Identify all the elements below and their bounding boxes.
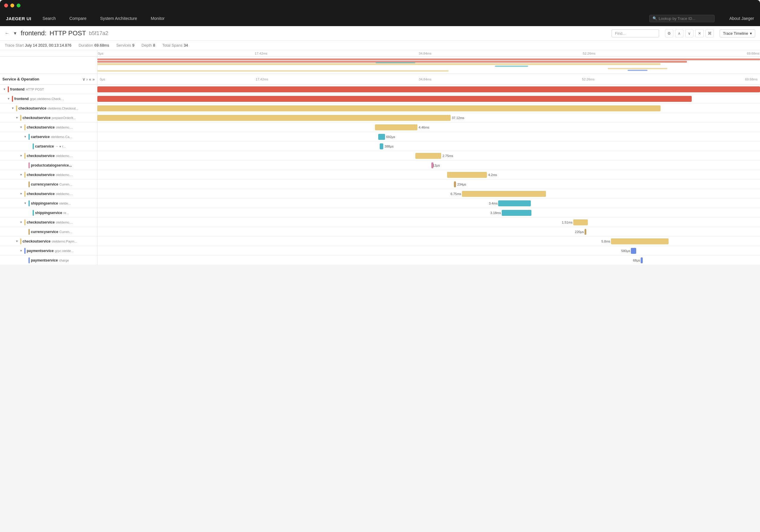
close-icon[interactable]: ✕: [695, 29, 704, 37]
span-toggle-icon[interactable]: ▼: [7, 97, 11, 100]
span-bar-row[interactable]: 2.75ms: [97, 151, 760, 161]
nav-expand-icon[interactable]: ∨: [82, 77, 85, 82]
span-bar[interactable]: [462, 191, 546, 197]
span-label-row[interactable]: productcatalogservice...: [0, 161, 97, 170]
span-toggle-icon[interactable]: ▼: [15, 116, 19, 119]
span-bar[interactable]: [641, 257, 643, 263]
minimap-canvas[interactable]: [97, 57, 760, 73]
span-bar[interactable]: [415, 153, 441, 159]
span-bar[interactable]: [573, 219, 588, 225]
nav-item-compare[interactable]: Compare: [67, 14, 89, 23]
span-label-row[interactable]: ▼checkoutserviceoteldemo....: [0, 218, 97, 227]
nav-item-architecture[interactable]: System Architecture: [98, 14, 140, 23]
span-bar-row[interactable]: 220μs: [97, 227, 760, 237]
nav-item-search[interactable]: Search: [40, 14, 58, 23]
minimize-button[interactable]: [10, 4, 14, 7]
span-bar[interactable]: [97, 86, 760, 92]
span-bar[interactable]: [378, 134, 385, 140]
span-bar[interactable]: [611, 238, 669, 244]
span-toggle-icon[interactable]: ▼: [19, 249, 23, 252]
span-bar-row[interactable]: 62.46ms: [97, 94, 760, 104]
span-label-row[interactable]: ▼paymentservicegrpc.otelde...: [0, 246, 97, 256]
span-toggle-icon[interactable]: ▼: [19, 154, 23, 157]
span-toggle-icon[interactable]: ▼: [19, 125, 23, 129]
span-bar-row[interactable]: 4.46ms: [97, 122, 760, 132]
span-toggle-icon[interactable]: ▼: [19, 192, 23, 195]
span-bar[interactable]: [97, 105, 661, 111]
chevron-down-icon[interactable]: ∨: [685, 29, 693, 37]
nav-next-icon[interactable]: ›: [86, 77, 88, 82]
nav-expand-all-icon[interactable]: »: [92, 77, 95, 82]
span-bar-row[interactable]: 3.4ms: [97, 199, 760, 208]
nav-item-monitor[interactable]: Monitor: [148, 14, 167, 23]
collapse-icon[interactable]: ▼: [13, 31, 17, 36]
span-toggle-icon[interactable]: ▼: [11, 107, 15, 110]
span-bar-row[interactable]: 1.51ms: [97, 218, 760, 227]
span-label-row[interactable]: ▼checkoutserviceoteldemo....: [0, 122, 97, 132]
span-bar-row[interactable]: 388μs: [97, 142, 760, 151]
keyboard-icon[interactable]: ⌘: [705, 29, 714, 37]
span-label-row[interactable]: ▼checkoutserviceoteldemo....: [0, 189, 97, 199]
span-bar[interactable]: [498, 200, 531, 206]
span-toggle-icon[interactable]: ▼: [2, 88, 7, 91]
trace-view-select[interactable]: Trace Timeline ▾: [720, 29, 755, 37]
span-bar[interactable]: [631, 248, 637, 254]
trace-lookup-input[interactable]: [659, 16, 711, 21]
span-bar[interactable]: [380, 143, 383, 149]
trace-area: Service & Operation ∨ › « » ▼frontendHTT…: [0, 74, 760, 265]
span-toggle-icon[interactable]: ▼: [19, 173, 23, 176]
col-header-service-op: Service & Operation ∨ › « »: [0, 74, 97, 85]
span-bar-row[interactable]: 692μs: [97, 132, 760, 142]
span-label-row[interactable]: currencyserviceCurren...: [0, 180, 97, 189]
span-label-row[interactable]: ▼checkoutserviceoteldemo.Checkout...: [0, 104, 97, 113]
span-bar-row[interactable]: 234μs: [97, 180, 760, 189]
span-bar[interactable]: [97, 115, 451, 121]
span-bar-row[interactable]: 68μs: [97, 256, 760, 265]
span-bar[interactable]: [97, 96, 692, 102]
span-toggle-icon[interactable]: ▼: [23, 202, 27, 205]
close-button[interactable]: [4, 4, 8, 7]
span-label-row[interactable]: ▼checkoutserviceoteldemo....: [0, 170, 97, 180]
span-bar-row[interactable]: 6.75ms: [97, 189, 760, 199]
span-label-row[interactable]: ▼frontendHTTP POST: [0, 85, 97, 94]
span-bar[interactable]: [454, 181, 456, 187]
span-bar-row[interactable]: 3.18ms: [97, 208, 760, 218]
span-bar[interactable]: [375, 124, 417, 130]
span-toggle-icon[interactable]: ▼: [23, 135, 27, 138]
span-label-row[interactable]: cartservice→ ● r...: [0, 142, 97, 151]
span-bar-duration-label: 3.4ms: [489, 202, 498, 205]
span-label-row[interactable]: ▼cartserviceoteldemo.Ca...: [0, 132, 97, 142]
span-label-row[interactable]: ▼frontendgrpc.oteldemo.CheckoutService/P…: [0, 94, 97, 104]
span-label-row[interactable]: currencyserviceCurren...: [0, 227, 97, 237]
ruler-mark-2: 34.84ms: [419, 52, 431, 55]
span-service-name: cartservice: [31, 135, 50, 139]
back-button[interactable]: ←: [5, 30, 10, 36]
nav-brand: JAEGER UI: [6, 16, 31, 21]
span-label-row[interactable]: ▼checkoutserviceoteldemo.Paym...: [0, 237, 97, 246]
span-bar[interactable]: [502, 210, 531, 216]
span-toggle-icon[interactable]: ▼: [15, 240, 19, 243]
settings-icon[interactable]: ⚙: [665, 29, 673, 37]
span-bar[interactable]: [585, 229, 587, 235]
span-toggle-icon[interactable]: ▼: [19, 220, 23, 224]
span-bar[interactable]: [447, 172, 487, 178]
span-bar-row[interactable]: 12μs: [97, 161, 760, 170]
nav-collapse-all-icon[interactable]: «: [89, 77, 91, 82]
duration-label: Duration: [79, 43, 93, 47]
span-bar-row[interactable]: 4.2ms: [97, 170, 760, 180]
chevron-up-icon[interactable]: ∧: [675, 29, 684, 37]
maximize-button[interactable]: [17, 4, 21, 7]
span-label-row[interactable]: ▼shippingserviceotelde...: [0, 199, 97, 208]
span-bar-row[interactable]: 59.24ms: [97, 104, 760, 113]
nav-about-link[interactable]: About Jaeger: [730, 16, 754, 21]
trace-find-input[interactable]: [615, 31, 656, 36]
span-label-row[interactable]: ▼checkoutserviceprepareOrderIt...: [0, 113, 97, 122]
span-label-row[interactable]: ▼checkoutserviceoteldemo....: [0, 151, 97, 161]
span-bar-row[interactable]: [97, 85, 760, 94]
span-bar-row[interactable]: 580μs: [97, 246, 760, 256]
span-bar-row[interactable]: 37.12ms: [97, 113, 760, 122]
span-bar-duration-label: 388μs: [384, 145, 393, 148]
span-label-row[interactable]: shippingservicere...: [0, 208, 97, 218]
span-bar-row[interactable]: 5.8ms: [97, 237, 760, 246]
span-label-row[interactable]: paymentservicecharge: [0, 256, 97, 265]
